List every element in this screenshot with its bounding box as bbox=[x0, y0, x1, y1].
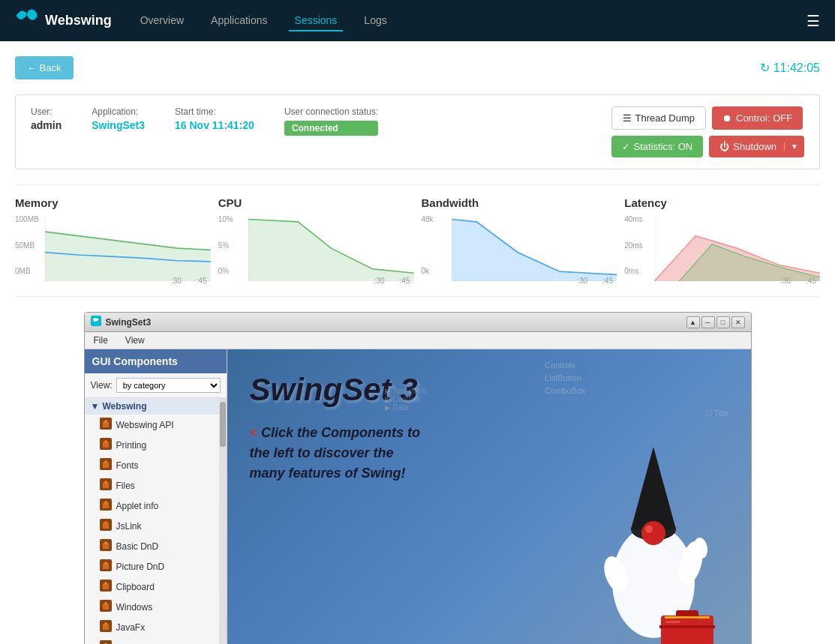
window-scroll-up[interactable]: ▲ bbox=[686, 316, 700, 328]
tree-item-basic-dnd[interactable]: Basic DnD bbox=[85, 536, 219, 556]
tree-item-fonts[interactable]: Fonts bbox=[85, 455, 219, 475]
tree-group-webswing[interactable]: ▼ Webswing bbox=[85, 398, 219, 415]
memory-y-labels: 100MB 50MB 0MB bbox=[15, 215, 39, 275]
tree-item-icon bbox=[100, 418, 112, 432]
hamburger-menu[interactable]: ☰ bbox=[806, 12, 820, 30]
statistics-button[interactable]: ✓ Statistics: ON bbox=[611, 136, 704, 157]
menu-view[interactable]: View bbox=[122, 334, 148, 347]
svg-point-17 bbox=[104, 441, 107, 443]
nav-sessions[interactable]: Sessions bbox=[289, 10, 344, 31]
nav-overview[interactable]: Overview bbox=[134, 10, 190, 31]
time-display: ↻ 11:42:05 bbox=[760, 61, 820, 75]
user-value: admin bbox=[31, 119, 62, 131]
tree-item-windows[interactable]: Windows bbox=[85, 597, 219, 617]
main-nav: Overview Applications Sessions Logs bbox=[134, 10, 393, 31]
svg-point-41 bbox=[641, 521, 665, 545]
svg-point-15 bbox=[104, 421, 107, 423]
thread-dump-button[interactable]: ☰ Thread Dump bbox=[611, 106, 706, 130]
user-label: User: bbox=[31, 106, 62, 117]
logo: Webswing bbox=[15, 7, 112, 34]
cpu-chart: CPU 10% 5% 0% :30 :45 bbox=[218, 196, 414, 285]
current-time: 11:42:05 bbox=[773, 61, 820, 75]
start-value: 16 Nov 11:41:20 bbox=[175, 119, 254, 131]
tree-item-timezone[interactable]: TimeZone bbox=[85, 637, 219, 644]
start-time-group: Start time: 16 Nov 11:41:20 bbox=[175, 106, 254, 136]
svg-point-21 bbox=[104, 481, 107, 484]
memory-svg bbox=[45, 215, 211, 281]
latency-svg bbox=[654, 215, 820, 281]
user-group: User: admin bbox=[31, 106, 62, 136]
window-close[interactable]: ✕ bbox=[731, 316, 745, 328]
session-metadata: User: admin Application: SwingSet3 Start… bbox=[31, 106, 378, 136]
nav-logs[interactable]: Logs bbox=[358, 10, 392, 31]
tree-item-applet-info[interactable]: Applet info bbox=[85, 496, 219, 516]
cpu-chart-title: CPU bbox=[218, 196, 414, 209]
scrollbar-thumb[interactable] bbox=[220, 402, 226, 447]
mascot-figure bbox=[578, 424, 728, 644]
control-button[interactable]: ⏺ Control: OFF bbox=[712, 106, 803, 130]
latency-chart-title: Latency bbox=[624, 196, 820, 209]
sidebar-scrollbar[interactable] bbox=[219, 398, 227, 644]
tree-item-webswing-api[interactable]: Webswing API bbox=[85, 415, 219, 435]
tree-collapse-icon: ▼ bbox=[91, 401, 100, 412]
window-title: SwingSet3 bbox=[91, 316, 152, 328]
svg-point-42 bbox=[645, 526, 653, 533]
bandwidth-svg bbox=[452, 215, 617, 281]
tree-item-icon-4 bbox=[100, 478, 112, 493]
faded-controls: Controls ListButton ComboBox bbox=[545, 361, 585, 395]
logo-icon bbox=[15, 7, 39, 34]
latency-chart: Latency 40ms 20ms 0ms :30 :45 bbox=[624, 196, 820, 285]
app-value: SwingSet3 bbox=[92, 119, 145, 131]
view-select[interactable]: by category bbox=[116, 378, 221, 393]
app-label: Application: bbox=[92, 106, 145, 117]
window-minimize[interactable]: ─ bbox=[701, 316, 715, 328]
tree-item-icon-11 bbox=[100, 620, 112, 634]
cpu-chart-area: 10% 5% 0% bbox=[218, 215, 414, 275]
tree-item-picture-dnd[interactable]: Picture DnD bbox=[85, 556, 219, 577]
check-icon: ✓ bbox=[622, 141, 630, 152]
svg-point-33 bbox=[104, 603, 107, 605]
memory-chart-area: 100MB 50MB 0MB bbox=[15, 215, 211, 275]
top-bar: ← Back ↻ 11:42:05 bbox=[15, 56, 820, 79]
header-left: Webswing Overview Applications Sessions … bbox=[15, 7, 393, 34]
tree-item-clipboard[interactable]: Clipboard bbox=[85, 577, 219, 597]
tree-item-jslink[interactable]: JsLink bbox=[85, 516, 219, 536]
back-button[interactable]: ← Back bbox=[15, 56, 74, 79]
session-info: User: admin Application: SwingSet3 Start… bbox=[15, 94, 820, 169]
svg-point-31 bbox=[104, 583, 107, 585]
tree-item-printing[interactable]: Printing bbox=[85, 435, 219, 455]
tree-item-icon-7 bbox=[100, 539, 112, 553]
sidebar-panel: GUI Components View: by category ▼ Websw… bbox=[85, 349, 227, 644]
shutdown-dropdown-arrow[interactable]: ▼ bbox=[784, 142, 804, 151]
tree-item-icon-2 bbox=[100, 438, 112, 452]
svg-rect-48 bbox=[659, 625, 715, 628]
conn-label: User connection status: bbox=[284, 106, 378, 117]
tree-item-icon-10 bbox=[100, 600, 112, 614]
tree-scroll-wrapper: ▼ Webswing Webswing API Printing bbox=[85, 398, 227, 644]
tree-content: ▼ Webswing Webswing API Printing bbox=[85, 398, 219, 644]
svg-rect-50 bbox=[665, 616, 710, 619]
tree-item-icon-8 bbox=[100, 559, 112, 574]
shutdown-button[interactable]: ⏻ Shutdown ▼ bbox=[709, 136, 804, 157]
view-row: View: by category bbox=[85, 373, 227, 398]
svg-marker-0 bbox=[45, 232, 211, 281]
faded-panel-right: ☐ Title bbox=[705, 409, 728, 418]
faded-tree-controls: ▶ TopLevels ▶ Controls ▶ Data bbox=[385, 387, 427, 412]
svg-marker-3 bbox=[248, 220, 414, 282]
power-icon: ⏻ bbox=[719, 141, 729, 152]
swingset-subtitle: < Click the Components tothe left to dis… bbox=[250, 423, 421, 484]
list-icon: ☰ bbox=[623, 112, 632, 124]
svg-point-27 bbox=[104, 542, 107, 544]
window-maximize[interactable]: □ bbox=[716, 316, 730, 328]
arrow-indicator: < bbox=[250, 425, 258, 440]
session-actions: ☰ Thread Dump ⏺ Control: OFF ✓ Statistic… bbox=[611, 106, 804, 157]
tree-item-icon-12 bbox=[100, 640, 112, 644]
svg-point-25 bbox=[104, 522, 107, 524]
tree-item-javafx[interactable]: JavaFx bbox=[85, 617, 219, 637]
svg-point-23 bbox=[104, 502, 107, 504]
menu-file[interactable]: File bbox=[91, 334, 111, 347]
sidebar-header: GUI Components bbox=[85, 349, 227, 373]
tree-item-files[interactable]: Files bbox=[85, 475, 219, 496]
main-content: ← Back ↻ 11:42:05 User: admin Applicatio… bbox=[0, 41, 835, 644]
nav-applications[interactable]: Applications bbox=[205, 10, 274, 31]
